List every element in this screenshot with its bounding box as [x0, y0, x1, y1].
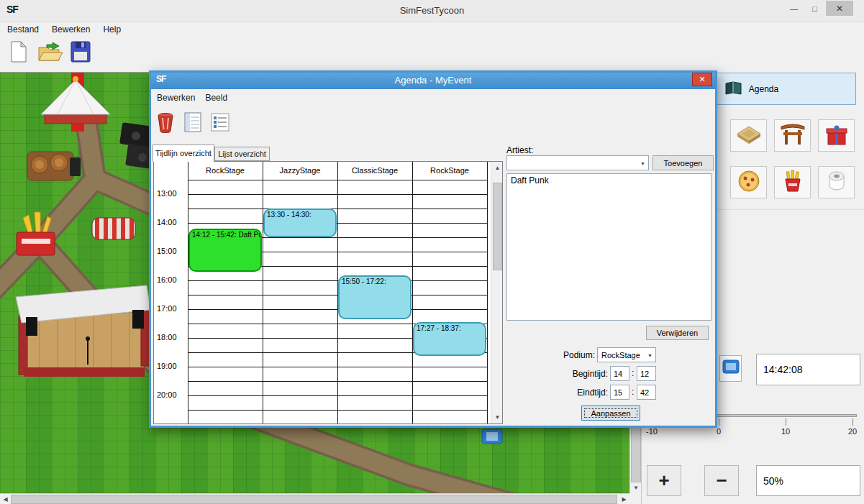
zoom-in-button[interactable]: + [647, 465, 681, 496]
shop-item-fries[interactable] [774, 166, 811, 198]
shop-item-torii-gate[interactable] [774, 119, 811, 152]
column-header-classicstage: ClassicStage [337, 162, 412, 180]
event-label: 13:30 - 14:30: [267, 211, 312, 219]
selected-item-button[interactable] [719, 355, 742, 382]
dialog-menu-beeld[interactable]: Beeld [200, 91, 232, 104]
vscroll-thumb[interactable] [493, 183, 502, 270]
gift-icon [824, 123, 850, 149]
dialog-menu-bewerken[interactable]: Bewerken [152, 91, 200, 104]
shop-item-pizza[interactable] [730, 166, 767, 198]
scroll-down-arrow[interactable]: ▼ [630, 482, 642, 493]
map-barrel-table[interactable] [27, 152, 81, 180]
event-label: 14:12 - 15:42: Daft Punk [192, 231, 262, 239]
agenda-button-label: Agenda [749, 84, 778, 94]
schedule-grid[interactable]: RockStage JazzyStage ClassicStage RockSt… [153, 161, 503, 424]
list-view-button[interactable] [208, 111, 232, 137]
menu-bar: BestandBewerkenHelp [0, 22, 864, 36]
slider-tick-label: 0 [708, 427, 729, 436]
column-header-jazzystage: JazzyStage [263, 162, 337, 180]
slider-tick-label: -10 [641, 427, 663, 436]
pizza-icon [736, 169, 762, 196]
maximize-button[interactable]: □ [805, 2, 824, 15]
map-tent[interactable] [41, 76, 110, 124]
scroll-left-arrow[interactable]: ◀ [0, 494, 11, 504]
tab-list-overview[interactable]: Lijst overzicht [214, 147, 270, 161]
schedule-vscrollbar[interactable]: ▲ ▼ [491, 162, 503, 423]
save-button[interactable] [66, 38, 95, 68]
minimize-button[interactable]: — [784, 2, 804, 15]
begin-hour-input[interactable] [610, 366, 629, 381]
timeline-view-icon [183, 111, 202, 136]
map-stage[interactable] [16, 285, 150, 377]
scroll-up-arrow[interactable]: ▲ [492, 162, 503, 173]
open-folder-icon [37, 41, 63, 65]
time-label: 18:00 [157, 333, 186, 342]
event-label: 17:27 - 18:37: [417, 324, 461, 332]
shop-item-floor-tile[interactable] [730, 119, 767, 152]
artist-combobox[interactable]: ▼ [506, 155, 649, 170]
save-floppy-icon [71, 41, 91, 65]
schedule-event[interactable]: 15:50 - 17:22: [338, 275, 411, 319]
scroll-right-arrow[interactable]: ▶ [619, 494, 629, 504]
chevron-down-icon: ▼ [640, 160, 645, 165]
open-file-button[interactable] [36, 38, 65, 68]
dialog-close-button[interactable]: ✕ [692, 73, 712, 86]
close-button[interactable]: ✕ [826, 1, 853, 16]
time-label: 19:00 [157, 362, 186, 370]
podium-combo-value: RockStage [601, 351, 640, 359]
schedule-event-selected[interactable]: 14:12 - 15:42: Daft Punk [188, 229, 262, 272]
column-header-rockstage-1: RockStage [188, 162, 263, 180]
time-label: 13:00 [157, 189, 186, 198]
menu-bewerken[interactable]: Bewerken [45, 23, 96, 35]
dialog-menu-bar: BewerkenBeeld [152, 91, 232, 105]
chevron-down-icon: ▼ [647, 352, 652, 357]
game-clock-display: 14:42:08 [756, 354, 860, 385]
slider-tick [719, 418, 719, 426]
toilet-paper-icon [824, 169, 850, 196]
artist-list-item[interactable]: Daft Punk [507, 174, 711, 187]
tab-timeline-overview[interactable]: Tijdlijn overzicht [153, 145, 214, 162]
artist-listbox[interactable]: Daft Punk [506, 173, 711, 321]
map-selected-item[interactable] [482, 429, 502, 444]
end-minute-input[interactable] [637, 385, 656, 400]
new-file-button[interactable] [4, 38, 33, 68]
shop-item-toilet-paper[interactable] [818, 166, 855, 198]
window-title: SimFestTycoon [0, 5, 864, 16]
time-label: 15:00 [157, 247, 186, 255]
time-label: 20:00 [157, 390, 186, 399]
map-striped-tent[interactable] [92, 218, 135, 239]
map-hscrollbar[interactable]: ◀ ▶ [0, 493, 629, 504]
timeline-view-button[interactable] [181, 111, 205, 137]
map-fries-stand[interactable] [17, 212, 55, 255]
add-artist-button[interactable]: Toevoegen [652, 155, 714, 170]
window-titlebar[interactable]: SF SimFestTycoon — □ ✕ [0, 0, 864, 22]
dialog-titlebar[interactable]: SF Agenda - MyEvent ✕ [149, 70, 717, 89]
scroll-down-arrow[interactable]: ▼ [492, 412, 503, 423]
app-window: SF SimFestTycoon — □ ✕ BestandBewerkenHe… [0, 0, 864, 504]
blue-item-icon [722, 359, 740, 378]
slider-tick-label: 20 [842, 427, 863, 436]
remove-artist-button[interactable]: Verwijderen [646, 326, 709, 340]
time-separator: : [632, 368, 634, 378]
dialog-title: Agenda - MyEvent [149, 75, 717, 86]
floor-tile-icon [736, 124, 762, 148]
schedule-event[interactable]: 13:30 - 14:30: [263, 209, 337, 237]
zoom-out-button[interactable]: − [704, 465, 739, 496]
time-label: 17:00 [157, 304, 186, 313]
new-document-icon [10, 41, 27, 65]
menu-bestand[interactable]: Bestand [0, 23, 45, 35]
list-view-icon [211, 113, 229, 134]
delete-event-button[interactable] [153, 111, 178, 137]
schedule-event[interactable]: 17:27 - 18:37: [413, 322, 486, 356]
column-header-rockstage-2: RockStage [412, 162, 487, 180]
time-label: 14:00 [157, 218, 186, 226]
end-hour-input[interactable] [610, 385, 629, 400]
apply-button[interactable]: Aanpassen [581, 406, 640, 421]
begin-minute-input[interactable] [637, 366, 656, 381]
shop-item-gift[interactable] [818, 119, 855, 152]
slider-tick [852, 418, 853, 426]
hscroll-thumb[interactable] [11, 495, 617, 504]
menu-help[interactable]: Help [96, 23, 127, 35]
podium-combobox[interactable]: RockStage ▼ [597, 347, 656, 362]
agenda-book-icon [724, 81, 742, 97]
